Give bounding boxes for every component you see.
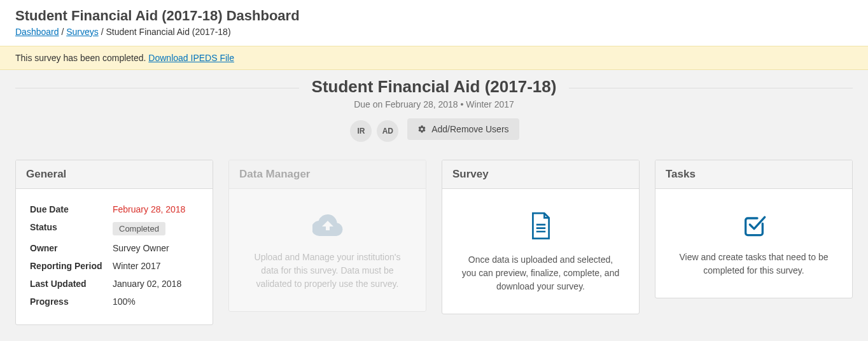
card-data-manager: Data Manager Upload and Manage your inst… [228, 160, 426, 312]
row-status: Status Completed [30, 218, 199, 239]
document-icon [529, 212, 552, 242]
checkbox-icon [741, 212, 767, 239]
user-chip-ir[interactable]: IR [350, 120, 372, 142]
row-due-date: Due Date February 28, 2018 [30, 200, 199, 218]
card-row: General Due Date February 28, 2018 Statu… [15, 160, 853, 325]
card-general: General Due Date February 28, 2018 Statu… [15, 160, 213, 325]
add-remove-users-button[interactable]: Add/Remove Users [407, 118, 519, 140]
card-tasks-header: Tasks [655, 160, 852, 189]
breadcrumb-surveys[interactable]: Surveys [66, 27, 99, 37]
survey-title: Student Financial Aid (2017-18) [299, 77, 570, 97]
status-badge: Completed [113, 222, 165, 235]
breadcrumb: Dashboard / Surveys / Student Financial … [15, 27, 853, 37]
page-title: Student Financial Aid (2017-18) Dashboar… [15, 8, 853, 24]
card-data-manager-header: Data Manager [229, 160, 426, 189]
user-row: IR AD Add/Remove Users [15, 118, 853, 142]
breadcrumb-dashboard[interactable]: Dashboard [15, 27, 59, 37]
user-chip-ad[interactable]: AD [377, 120, 398, 142]
due-date-value: February 28, 2018 [113, 204, 185, 214]
row-reporting-period: Reporting Period Winter 2017 [30, 257, 199, 275]
page-header: Student Financial Aid (2017-18) Dashboar… [0, 0, 868, 46]
survey-heading: Student Financial Aid (2017-18) [15, 77, 853, 97]
row-owner: Owner Survey Owner [30, 239, 199, 257]
cloud-upload-icon [312, 212, 343, 239]
data-manager-desc: Upload and Manage your institution's dat… [247, 251, 408, 291]
survey-subtitle: Due on February 28, 2018 • Winter 2017 [15, 99, 853, 109]
gear-icon [417, 125, 426, 134]
survey-desc: Once data is uploaded and selected, you … [460, 253, 621, 293]
tasks-desc: View and create tasks that need to be co… [673, 251, 834, 277]
card-general-header: General [16, 160, 213, 189]
card-survey-header: Survey [442, 160, 639, 189]
card-tasks[interactable]: Tasks View and create tasks that need to… [655, 160, 853, 298]
row-last-updated: Last Updated January 02, 2018 [30, 275, 199, 293]
download-ipeds-link[interactable]: Download IPEDS File [148, 53, 234, 63]
alert-message: This survey has been completed. [15, 53, 148, 63]
row-progress: Progress 100% [30, 293, 199, 310]
breadcrumb-current: Student Financial Aid (2017-18) [106, 27, 230, 37]
add-remove-users-label: Add/Remove Users [431, 124, 508, 134]
card-survey[interactable]: Survey Once data is uploaded and selecte… [442, 160, 640, 314]
alert-banner: This survey has been completed. Download… [0, 46, 868, 70]
